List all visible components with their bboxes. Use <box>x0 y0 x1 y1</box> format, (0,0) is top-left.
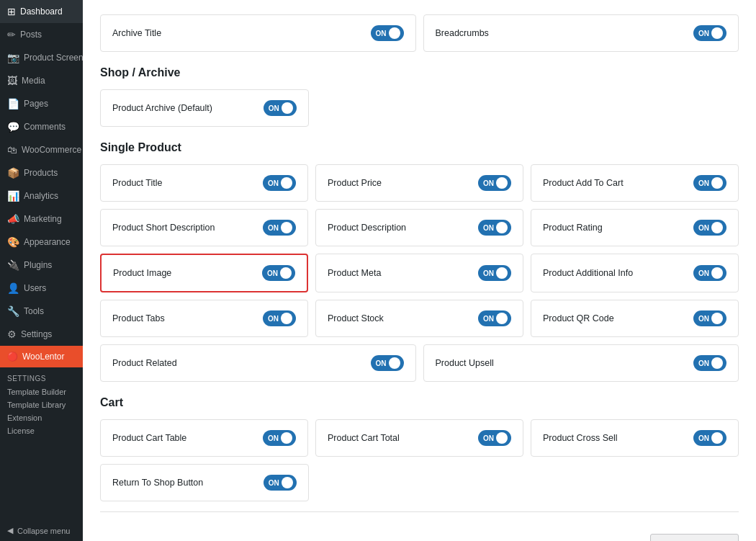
product-cart-table-toggle[interactable]: ON <box>263 430 296 446</box>
media-icon: 🖼 <box>7 75 17 86</box>
sidebar-item-marketing[interactable]: 📣 Marketing <box>0 207 83 231</box>
sidebar-item-analytics[interactable]: 📊 Analytics <box>0 184 83 207</box>
breadcrumbs-toggle-knob <box>711 27 723 39</box>
pages-icon: 📄 <box>7 98 19 109</box>
sidebar-item-dashboard[interactable]: ⊞ Dashboard <box>0 0 83 23</box>
sidebar-item-media[interactable]: 🖼 Media <box>0 69 83 92</box>
product-add-to-cart-card: Product Add To Cart ON <box>531 164 739 202</box>
woocommerce-icon: 🛍 <box>7 144 17 156</box>
breadcrumbs-card: Breadcrumbs ON <box>423 14 739 52</box>
product-stock-card: Product Stock ON <box>315 300 523 337</box>
cart-row1: Product Cart Table ON Product Cart Total… <box>100 419 739 457</box>
collapse-icon: ◀ <box>7 526 13 535</box>
save-changes-button[interactable]: Save Changes <box>650 534 739 541</box>
woolentor-icon: 🔴 <box>7 352 18 362</box>
product-meta-card: Product Meta ON <box>315 254 523 292</box>
comments-icon: 💬 <box>7 121 19 133</box>
cart-row2: Return To Shop Button ON <box>100 464 309 501</box>
product-archive-card: Product Archive (Default) ON <box>100 89 309 127</box>
sidebar-item-comments[interactable]: 💬 Comments <box>0 115 83 138</box>
single-product-row1: Product Title ON Product Price ON Produc… <box>100 164 739 202</box>
marketing-icon: 📣 <box>7 213 19 225</box>
sidebar-item-appearance[interactable]: 🎨 Appearance <box>0 231 83 254</box>
save-area: Save Changes <box>100 522 739 541</box>
breadcrumbs-label: Breadcrumbs <box>436 28 489 38</box>
product-rating-card: Product Rating ON <box>531 209 739 246</box>
product-archive-toggle[interactable]: ON <box>264 100 297 116</box>
product-price-toggle[interactable]: ON <box>478 175 511 191</box>
product-cross-sell-card: Product Cross Sell ON <box>531 419 739 457</box>
posts-icon: ✏ <box>7 29 16 40</box>
top-row: Archive Title ON Breadcrumbs ON <box>100 14 739 52</box>
product-cross-sell-toggle[interactable]: ON <box>693 430 726 446</box>
sidebar-item-posts[interactable]: ✏ Posts <box>0 23 83 46</box>
product-description-toggle[interactable]: ON <box>478 220 511 236</box>
archive-title-label: Archive Title <box>112 28 161 38</box>
product-additional-info-card: Product Additional Info ON <box>531 254 739 292</box>
product-related-toggle[interactable]: ON <box>371 355 404 371</box>
sidebar-item-products[interactable]: 📦 Products <box>0 161 83 184</box>
settings-extension[interactable]: Extension <box>0 411 83 424</box>
product-cart-total-card: Product Cart Total ON <box>315 419 523 457</box>
collapse-menu-button[interactable]: ◀ Collapse menu <box>0 520 83 541</box>
sidebar-item-pages[interactable]: 📄 Pages <box>0 92 83 115</box>
single-product-row4: Product Tabs ON Product Stock ON Product… <box>100 300 739 337</box>
product-rating-toggle[interactable]: ON <box>693 220 726 236</box>
sidebar-item-woocommerce[interactable]: 🛍 WooCommerce <box>0 138 83 161</box>
product-archive-label: Product Archive (Default) <box>112 103 212 113</box>
product-description-card: Product Description ON <box>315 209 523 246</box>
users-icon: 👤 <box>7 282 19 294</box>
single-product-row2: Product Short Description ON Product Des… <box>100 209 739 246</box>
product-short-desc-toggle[interactable]: ON <box>263 220 296 236</box>
product-archive-toggle-knob <box>282 102 293 114</box>
product-image-card: Product Image ON <box>100 254 308 292</box>
shop-archive-grid: Product Archive (Default) ON <box>100 89 309 127</box>
analytics-icon: 📊 <box>7 190 19 202</box>
settings-icon: ⚙ <box>7 328 17 340</box>
product-meta-toggle[interactable]: ON <box>478 265 511 281</box>
settings-license[interactable]: License <box>0 424 83 437</box>
shop-archive-heading: Shop / Archive <box>100 66 739 79</box>
plugins-icon: 🔌 <box>7 259 19 271</box>
product-additional-info-toggle[interactable]: ON <box>693 265 726 281</box>
sidebar-item-woolentor[interactable]: 🔴 WooLentor <box>0 346 83 367</box>
product-short-desc-card: Product Short Description ON <box>100 209 308 246</box>
return-to-shop-toggle[interactable]: ON <box>264 475 297 491</box>
product-upsell-card: Product Upsell ON <box>423 344 739 382</box>
product-tabs-toggle[interactable]: ON <box>263 310 296 326</box>
return-to-shop-card: Return To Shop Button ON <box>100 464 309 501</box>
products-icon: 📦 <box>7 167 19 179</box>
single-product-row5: Product Related ON Product Upsell ON <box>100 344 739 382</box>
breadcrumbs-toggle[interactable]: ON <box>693 25 726 41</box>
settings-template-builder[interactable]: Template Builder <box>0 385 83 398</box>
product-stock-toggle[interactable]: ON <box>478 310 511 326</box>
product-title-card: Product Title ON <box>100 164 308 202</box>
product-cart-total-toggle[interactable]: ON <box>478 430 511 446</box>
product-title-toggle[interactable]: ON <box>263 175 296 191</box>
sidebar-item-product-screenshot[interactable]: 📷 Product Screenshot <box>0 46 83 69</box>
product-upsell-toggle[interactable]: ON <box>693 355 726 371</box>
sidebar-item-tools[interactable]: 🔧 Tools <box>0 300 83 323</box>
sidebar-item-plugins[interactable]: 🔌 Plugins <box>0 254 83 277</box>
appearance-icon: 🎨 <box>7 236 19 248</box>
sidebar-item-settings[interactable]: ⚙ Settings <box>0 323 83 346</box>
product-image-toggle[interactable]: ON <box>262 265 295 281</box>
product-qr-code-toggle[interactable]: ON <box>693 310 726 326</box>
single-product-heading: Single Product <box>100 141 739 154</box>
product-cart-table-card: Product Cart Table ON <box>100 419 308 457</box>
archive-title-toggle[interactable]: ON <box>371 25 404 41</box>
archive-title-toggle-knob <box>389 27 400 39</box>
product-add-to-cart-toggle[interactable]: ON <box>693 175 726 191</box>
sidebar: ⊞ Dashboard ✏ Posts 📷 Product Screenshot… <box>0 0 83 541</box>
tools-icon: 🔧 <box>7 305 19 317</box>
settings-template-library[interactable]: Template Library <box>0 398 83 411</box>
settings-section-label: Settings <box>0 367 83 385</box>
archive-title-card: Archive Title ON <box>100 14 416 52</box>
dashboard-icon: ⊞ <box>7 6 16 17</box>
sidebar-item-users[interactable]: 👤 Users <box>0 277 83 300</box>
main-content: Archive Title ON Breadcrumbs ON Shop / A… <box>83 0 756 541</box>
product-related-card: Product Related ON <box>100 344 416 382</box>
product-price-card: Product Price ON <box>315 164 523 202</box>
cart-heading: Cart <box>100 396 739 409</box>
woolentor-chevron-icon <box>77 352 83 361</box>
